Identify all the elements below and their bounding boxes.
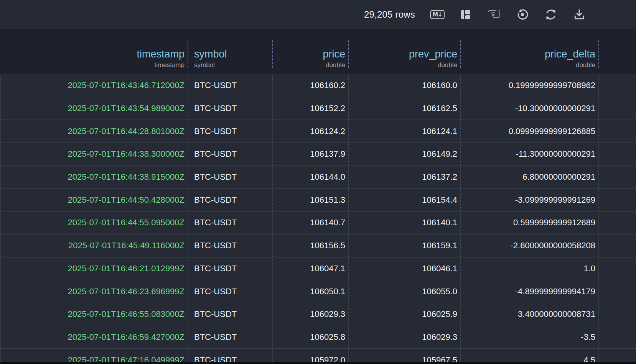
cell-symbol[interactable]: BTC-USDT [188,189,272,211]
column-header-price[interactable]: price double [272,29,348,74]
cell-prev_price[interactable]: 106140.1 [348,212,460,234]
header-column-separator[interactable] [188,40,188,68]
cell-price_delta[interactable]: -2.6000000000058208 [460,234,598,257]
column-type: timestamp [155,61,185,69]
cell-prev_price[interactable]: 106055.0 [348,280,460,303]
cell-price[interactable]: 106029.3 [272,303,348,326]
cell-prev_price[interactable]: 106154.4 [348,189,460,211]
cell-prev_price[interactable]: 106149.2 [348,143,460,166]
cell-price_delta[interactable]: -11.30000000000291 [460,143,598,166]
cell-price[interactable]: 105972.0 [272,349,348,362]
table-row[interactable]: 2025-07-01T16:47:16.049999ZBTC-USDT10597… [0,348,636,362]
cell-prev_price[interactable]: 106029.3 [348,326,460,349]
cell-price[interactable]: 106050.1 [272,280,348,303]
pointer-hand-button[interactable]: ☜ [487,8,501,21]
table-row[interactable]: 2025-07-01T16:45:49.116000ZBTC-USDT10615… [0,234,636,257]
cell-filler [598,74,636,97]
cell-price[interactable]: 106152.2 [272,97,348,120]
cell-symbol[interactable]: BTC-USDT [188,120,272,143]
cell-price_delta[interactable]: -3.5 [460,326,598,349]
cell-price_delta[interactable]: 4.5 [460,349,598,362]
grid-layout-button[interactable] [459,8,473,21]
history-refresh-button[interactable] [516,8,529,21]
cell-price_delta[interactable]: 3.400000000008731 [460,303,598,326]
column-header-timestamp[interactable]: timestamp timestamp [0,29,188,74]
cell-price_delta[interactable]: -4.899999999994179 [460,280,598,303]
cell-symbol[interactable]: BTC-USDT [188,257,272,280]
cell-price[interactable]: 106047.1 [272,257,348,280]
cell-symbol[interactable]: BTC-USDT [188,166,272,189]
table-row[interactable]: 2025-07-01T16:44:50.428000ZBTC-USDT10615… [0,188,636,211]
cell-symbol[interactable]: BTC-USDT [188,234,272,257]
table-row[interactable]: 2025-07-01T16:43:54.989000ZBTC-USDT10615… [0,97,636,120]
cell-price_delta[interactable]: 0.19999999999708962 [460,74,598,97]
cell-timestamp[interactable]: 2025-07-01T16:44:38.915000Z [0,166,188,189]
cell-timestamp[interactable]: 2025-07-01T16:44:50.428000Z [0,189,188,211]
download-button[interactable] [572,8,586,21]
cell-timestamp[interactable]: 2025-07-01T16:46:59.427000Z [0,326,188,349]
refresh-button[interactable] [544,8,558,21]
cell-symbol[interactable]: BTC-USDT [188,349,272,362]
cell-prev_price[interactable]: 106124.1 [348,120,460,143]
download-icon [573,8,585,21]
table-row[interactable]: 2025-07-01T16:46:21.012999ZBTC-USDT10604… [0,257,636,280]
cell-prev_price[interactable]: 105967.5 [348,349,460,362]
cell-prev_price[interactable]: 106137.2 [348,166,460,189]
table-row[interactable]: 2025-07-01T16:46:59.427000ZBTC-USDT10602… [0,326,636,349]
table-row[interactable]: 2025-07-01T16:44:28.801000ZBTC-USDT10612… [0,120,636,143]
cell-price[interactable]: 106124.2 [272,120,348,143]
cell-price[interactable]: 106137.9 [272,143,348,166]
cell-timestamp[interactable]: 2025-07-01T16:46:55.083000Z [0,303,188,326]
cell-timestamp[interactable]: 2025-07-01T16:44:38.300000Z [0,143,188,166]
pointer-hand-icon: ☜ [487,7,501,21]
table-row[interactable]: 2025-07-01T16:46:23.696999ZBTC-USDT10605… [0,280,636,303]
cell-timestamp[interactable]: 2025-07-01T16:46:21.012999Z [0,257,188,280]
cell-timestamp[interactable]: 2025-07-01T16:43:54.989000Z [0,97,188,120]
cell-price[interactable]: 106140.7 [272,212,348,234]
cell-price_delta[interactable]: 0.5999999999912689 [460,212,598,234]
column-header-prev-price[interactable]: prev_price double [348,29,460,74]
cell-timestamp[interactable]: 2025-07-01T16:46:23.696999Z [0,280,188,303]
table-row[interactable]: 2025-07-01T16:46:55.083000ZBTC-USDT10602… [0,303,636,326]
column-header-symbol[interactable]: symbol symbol [188,29,272,74]
cell-symbol[interactable]: BTC-USDT [188,326,272,349]
cell-timestamp[interactable]: 2025-07-01T16:44:55.095000Z [0,212,188,234]
cell-symbol[interactable]: BTC-USDT [188,303,272,326]
cell-symbol[interactable]: BTC-USDT [188,212,272,234]
column-header-price-delta[interactable]: price_delta double [460,29,598,74]
cell-timestamp[interactable]: 2025-07-01T16:44:28.801000Z [0,120,188,143]
table-row[interactable]: 2025-07-01T16:44:55.095000ZBTC-USDT10614… [0,211,636,234]
cell-timestamp[interactable]: 2025-07-01T16:47:16.049999Z [0,349,188,362]
cell-price_delta[interactable]: -10.30000000000291 [460,97,598,120]
header-column-separator[interactable] [598,40,599,68]
markdown-export-button[interactable]: M↓ [430,8,444,21]
cell-price_delta[interactable]: -3.099999999991269 [460,189,598,211]
cell-timestamp[interactable]: 2025-07-01T16:43:46.712000Z [0,74,188,97]
cell-price_delta[interactable]: 6.80000000000291 [460,166,598,189]
cell-prev_price[interactable]: 106162.5 [348,97,460,120]
table-row[interactable]: 2025-07-01T16:44:38.915000ZBTC-USDT10614… [0,166,636,189]
cell-symbol[interactable]: BTC-USDT [188,74,272,97]
table-row[interactable]: 2025-07-01T16:43:46.712000ZBTC-USDT10616… [0,74,636,97]
cell-price_delta[interactable]: 1.0 [460,257,598,280]
cell-price[interactable]: 106144.0 [272,166,348,189]
cell-prev_price[interactable]: 106160.0 [348,74,460,97]
column-type: double [438,61,457,69]
cell-symbol[interactable]: BTC-USDT [188,97,272,120]
cell-symbol[interactable]: BTC-USDT [188,143,272,166]
cell-prev_price[interactable]: 106046.1 [348,257,460,280]
header-column-separator[interactable] [348,40,349,68]
cell-timestamp[interactable]: 2025-07-01T16:45:49.116000Z [0,234,188,257]
cell-prev_price[interactable]: 106025.9 [348,303,460,326]
cell-price[interactable]: 106156.5 [272,234,348,257]
cell-price[interactable]: 106160.2 [272,74,348,97]
cell-prev_price[interactable]: 106159.1 [348,234,460,257]
cell-price_delta[interactable]: 0.09999999999126885 [460,120,598,143]
cell-filler [598,280,636,303]
header-column-separator[interactable] [460,40,461,68]
cell-price[interactable]: 106025.8 [272,326,348,349]
cell-symbol[interactable]: BTC-USDT [188,280,272,303]
header-column-separator[interactable] [272,40,273,68]
cell-price[interactable]: 106151.3 [272,189,348,211]
table-row[interactable]: 2025-07-01T16:44:38.300000ZBTC-USDT10613… [0,143,636,166]
